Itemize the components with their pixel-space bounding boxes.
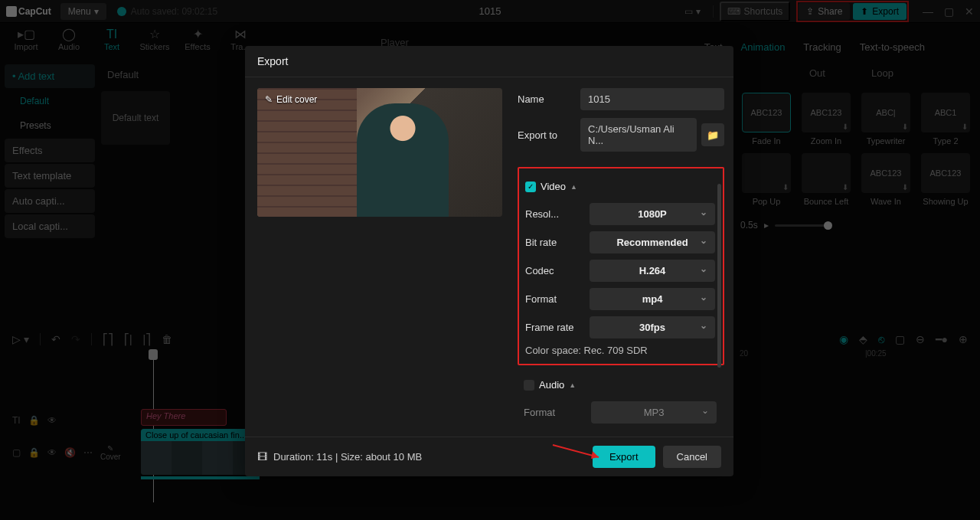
format-select[interactable]: mp4 [590,288,715,310]
cancel-button[interactable]: Cancel [663,446,721,468]
name-input[interactable] [580,88,724,110]
export-info: 🎞Duration: 11s | Size: about 10 MB [257,451,422,463]
codec-label: Codec [525,265,554,276]
export-dialog: Export ✎Edit cover Name Export to C:/Use… [245,46,733,476]
video-section-title: Video [541,181,566,192]
resolution-label: Resol... [525,208,559,220]
audio-checkbox[interactable] [524,380,534,391]
framerate-label: Frame rate [525,322,574,333]
resolution-select[interactable]: 1080P [590,203,715,225]
colorspace-info: Color space: Rec. 709 SDR [525,345,715,356]
exportto-label: Export to [518,129,573,141]
bitrate-select[interactable]: Recommended [590,231,715,253]
audio-format-label: Format [524,407,555,418]
format-label: Format [525,293,557,305]
exportto-path: C:/Users/Usman Ali N... [580,118,697,152]
audio-settings-section: Audio ▲ FormatMP3 [518,373,724,430]
bitrate-label: Bit rate [525,237,557,248]
framerate-select[interactable]: 30fps [590,316,715,338]
pencil-icon: ✎ [265,94,273,105]
scrollbar[interactable] [717,184,721,368]
video-checkbox[interactable]: ✓ [525,182,536,192]
browse-folder-button[interactable]: 📁 [701,123,724,146]
collapse-icon[interactable]: ▲ [570,183,577,191]
video-settings-section: ✓ Video ▲ Resol...1080P Bit rateRecommen… [518,167,724,365]
name-label: Name [518,93,573,105]
audio-format-select[interactable]: MP3 [591,401,717,424]
export-confirm-button[interactable]: Export [593,446,655,468]
cover-preview: ✎Edit cover [257,88,502,217]
codec-select[interactable]: H.264 [590,260,715,282]
folder-icon: 📁 [707,129,719,141]
audio-section-title: Audio [539,379,564,391]
dialog-title: Export [245,46,733,77]
collapse-icon[interactable]: ▲ [569,381,576,389]
edit-cover-button[interactable]: ✎Edit cover [265,94,317,105]
film-icon: 🎞 [257,451,267,463]
